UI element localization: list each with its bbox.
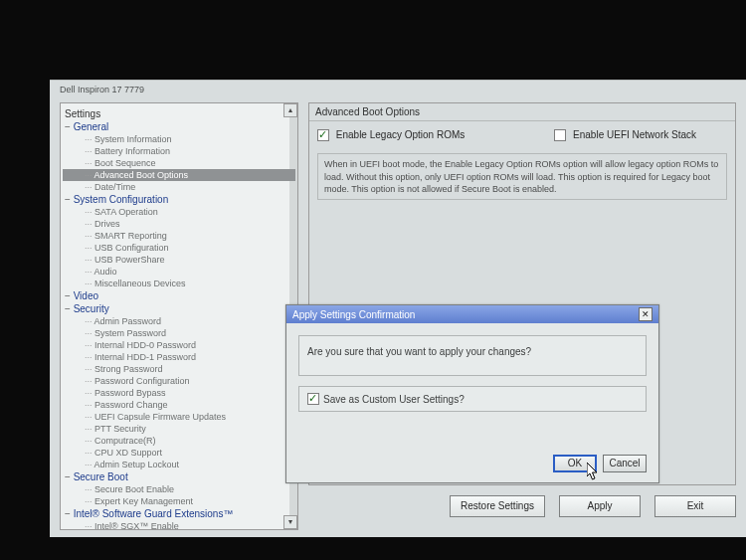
tree-item[interactable]: Internal HDD-1 Password [63,351,295,363]
tree-category[interactable]: System Configuration [63,193,295,206]
tree-item[interactable]: USB Configuration [63,242,295,254]
tree-item[interactable]: Intel® SGX™ Enable [63,520,295,530]
tree-scroll-up[interactable]: ▴ [283,103,297,117]
tree-item[interactable]: SATA Operation [63,206,295,218]
bios-window: Dell Inspiron 17 7779 ▴ Settings General… [50,80,746,537]
exit-button[interactable]: Exit [654,495,736,517]
dialog-title: Apply Settings Confirmation [292,309,415,320]
tree-category[interactable]: Intel® Software Guard Extensions™ [63,507,295,520]
tree-item[interactable]: Miscellaneous Devices [63,278,295,289]
dialog-titlebar: Apply Settings Confirmation ✕ [286,305,658,323]
cancel-button[interactable]: Cancel [603,455,647,472]
tree-root[interactable]: Settings [63,107,295,120]
check-icon [307,393,319,405]
tree-category[interactable]: Secure Boot [63,470,295,483]
settings-tree-panel: ▴ Settings GeneralSystem InformationBatt… [60,102,298,530]
ok-button[interactable]: OK [553,455,597,472]
tree-item[interactable]: PTT Security [63,423,295,435]
tree-item[interactable]: CPU XD Support [63,447,295,459]
panel-description: When in UEFI boot mode, the Enable Legac… [317,153,727,199]
tree-item[interactable]: Admin Password [63,315,295,327]
close-icon[interactable]: ✕ [639,307,653,321]
dialog-message: Are you sure that you want to apply your… [298,335,647,376]
tree-item[interactable]: System Information [63,133,295,145]
tree-item[interactable]: Battery Information [63,145,295,157]
tree-item[interactable]: Advanced Boot Options [63,169,295,181]
tree-category[interactable]: Video [63,289,295,302]
tree-item[interactable]: Date/Time [63,181,295,193]
apply-button[interactable]: Apply [559,495,641,517]
checkbox-empty-icon [554,129,566,141]
apply-settings-dialog: Apply Settings Confirmation ✕ Are you su… [285,304,659,483]
tree-item[interactable]: Strong Password [63,363,295,375]
tree-item[interactable]: Admin Setup Lockout [63,459,295,470]
tree-item[interactable]: Computrace(R) [63,435,295,447]
tree-item[interactable]: Password Bypass [63,387,295,399]
tree-scroll-down[interactable]: ▾ [283,515,297,529]
checkbox-label: Enable Legacy Option ROMs [336,129,466,140]
restore-settings-button[interactable]: Restore Settings [450,495,545,517]
tree-item[interactable]: USB PowerShare [63,254,295,266]
checkbox-label: Save as Custom User Settings? [323,394,465,405]
tree-item[interactable]: UEFI Capsule Firmware Updates [63,411,295,423]
tree-item[interactable]: Password Change [63,399,295,411]
tree-item[interactable]: Drives [63,218,295,230]
tree-item[interactable]: Secure Boot Enable [63,483,295,495]
checkbox-save-custom-settings[interactable]: Save as Custom User Settings? [298,386,647,412]
tree-item[interactable]: Boot Sequence [63,157,295,169]
bottom-bar: Restore Settings Apply Exit [308,495,736,523]
panel-title: Advanced Boot Options [309,103,735,121]
checkbox-label: Enable UEFI Network Stack [573,129,696,140]
tree-category[interactable]: Security [63,302,295,315]
tree-item[interactable]: Audio [63,266,295,278]
checkbox-enable-uefi-network-stack[interactable]: Enable UEFI Network Stack [554,129,696,141]
check-icon [317,129,329,141]
tree-item[interactable]: System Password [63,327,295,339]
checkbox-enable-legacy-roms[interactable]: Enable Legacy Option ROMs [317,129,465,141]
tree-item[interactable]: Password Configuration [63,375,295,387]
tree-item[interactable]: Expert Key Management [63,495,295,507]
tree-category[interactable]: General [63,120,295,133]
tree-item[interactable]: Internal HDD-0 Password [63,339,295,351]
window-title: Dell Inspiron 17 7779 [60,85,144,94]
tree-item[interactable]: SMART Reporting [63,230,295,242]
